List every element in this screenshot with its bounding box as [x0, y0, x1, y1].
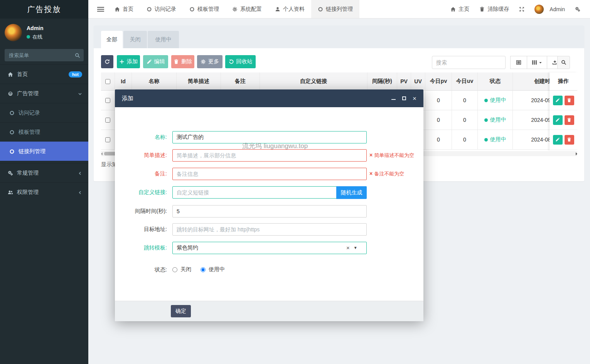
select-all-checkbox[interactable]	[105, 79, 110, 84]
row-edit-button[interactable]	[553, 96, 563, 105]
dialog-titlebar[interactable]: 添加 ×	[115, 89, 423, 107]
fullscreen-button[interactable]	[514, 7, 529, 12]
navtab-visit-records[interactable]: 访问记录	[140, 0, 183, 18]
add-dialog: 添加 × 名称: 简单描述: ×简单描述不能为空 备注: ×备注不能为空 自定义…	[115, 89, 423, 321]
avatar	[5, 24, 22, 41]
filter-tab-closed[interactable]: 关闭	[123, 31, 147, 48]
row-delete-button[interactable]	[565, 96, 574, 105]
table-search-input[interactable]	[432, 56, 506, 69]
row-actions	[550, 91, 577, 110]
circle-icon	[9, 148, 15, 155]
dialog-footer: 确定	[115, 301, 423, 321]
search-icon[interactable]	[75, 52, 80, 59]
top-navbar: 首页 访问记录 模板管理 系统配置 个人资料 链接列管理 主页 清除缓存 A	[88, 0, 590, 19]
more-button[interactable]: 更多	[197, 55, 223, 68]
row-checkbox[interactable]	[105, 98, 110, 103]
ad-management-icon	[8, 91, 13, 97]
filter-tab-in-use[interactable]: 使用中	[148, 31, 179, 48]
user-name: Admin	[27, 25, 44, 31]
remark-error: ×备注不能为空	[369, 170, 404, 177]
detail-view-button[interactable]	[510, 56, 527, 69]
desc-error: ×简单描述不能为空	[369, 152, 414, 159]
maximize-icon[interactable]	[402, 96, 406, 101]
name-input[interactable]	[172, 131, 367, 143]
hot-badge: hot	[69, 71, 82, 78]
row-edit-button[interactable]	[553, 115, 563, 125]
circle-icon	[189, 7, 195, 12]
home-icon	[8, 71, 13, 78]
circle-icon	[318, 7, 323, 12]
remark-input[interactable]	[172, 168, 367, 180]
scroll-right-arrow[interactable]	[576, 152, 577, 155]
navtab-profile[interactable]: 个人资料	[268, 0, 311, 18]
nav-home-link[interactable]: 主页	[445, 6, 474, 13]
sidebar-item-ad-management[interactable]: 广告管理	[0, 84, 88, 103]
navtab-link-list-management[interactable]: 链接列管理	[311, 0, 359, 18]
filter-tab-all[interactable]: 全部	[101, 31, 123, 48]
interval-input[interactable]	[172, 205, 367, 217]
navtab-home[interactable]: 首页	[108, 0, 140, 18]
status-badge: 使用中	[484, 97, 506, 104]
table-header-row: Id 名称 简单描述 备注 自定义链接 间隔(秒) PV UV 今日pv 今日u…	[101, 72, 577, 91]
close-icon[interactable]: ×	[413, 95, 416, 102]
status-radio-in-use[interactable]	[201, 267, 206, 272]
settings-button[interactable]	[570, 7, 585, 12]
refresh-button[interactable]	[101, 55, 113, 68]
clear-selection-icon[interactable]: ×	[346, 244, 350, 251]
recycle-bin-button[interactable]: 回收站	[225, 55, 256, 68]
row-delete-button[interactable]	[565, 135, 574, 145]
circle-icon	[9, 110, 15, 116]
row-edit-button[interactable]	[553, 135, 563, 145]
interval-label: 间隔时间(秒):	[119, 208, 167, 215]
desc-input[interactable]	[172, 149, 367, 162]
user-panel: Admin 在线	[0, 19, 88, 45]
filter-tabstrip: 全部 关闭 使用中	[94, 25, 584, 48]
delete-button[interactable]: 删除	[171, 55, 194, 68]
caret-down-icon[interactable]: ▼	[354, 246, 357, 250]
search-toggle-button[interactable]	[557, 56, 570, 69]
row-actions	[550, 130, 577, 150]
dialog-title: 添加	[122, 95, 133, 102]
remark-label: 备注:	[119, 170, 167, 177]
sidebar-search-input[interactable]	[5, 49, 84, 61]
template-select[interactable]	[172, 242, 367, 254]
user-menu[interactable]: Admin	[529, 5, 570, 14]
navtab-template-management[interactable]: 模板管理	[183, 0, 226, 18]
hamburger-menu-icon[interactable]	[97, 0, 104, 18]
trash-icon	[479, 7, 485, 12]
status-badge: 使用中	[484, 116, 506, 123]
edit-button[interactable]: 编辑	[143, 55, 168, 68]
caret-down-icon	[539, 61, 542, 64]
dialog-body: 名称: 简单描述: ×简单描述不能为空 备注: ×备注不能为空 自定义链接: 随…	[115, 107, 423, 301]
confirm-button[interactable]: 确定	[171, 305, 191, 317]
sidebar-item-visit-records[interactable]: 访问记录	[0, 103, 88, 122]
sidebar-item-permission-management[interactable]: 权限管理	[0, 182, 88, 202]
status-radio-closed[interactable]	[172, 267, 177, 272]
users-icon	[8, 189, 13, 195]
minimize-icon[interactable]	[391, 96, 396, 101]
scroll-left-arrow[interactable]	[101, 152, 103, 155]
clear-cache-button[interactable]: 清除缓存	[474, 6, 514, 13]
home-icon	[450, 7, 456, 12]
user-icon	[275, 7, 280, 12]
random-generate-button[interactable]: 随机生成	[336, 186, 367, 199]
error-x-icon: ×	[369, 170, 373, 177]
circle-icon	[9, 129, 15, 135]
target-url-label: 目标地址:	[119, 226, 167, 233]
fullscreen-icon	[519, 7, 524, 12]
chevron-left-icon	[78, 190, 82, 195]
columns-dropdown-button[interactable]	[527, 56, 547, 69]
actions-column: 操作	[550, 72, 577, 150]
sidebar-item-template-management[interactable]: 模板管理	[0, 122, 88, 142]
row-checkbox[interactable]	[105, 137, 110, 142]
sidebar-menu: 首页 hot 广告管理 访问记录 模板管理 链接列管理 常规管理 权限管理	[0, 64, 88, 202]
add-button[interactable]: 添加	[117, 55, 140, 68]
error-x-icon: ×	[369, 152, 373, 158]
sidebar-item-home[interactable]: 首页 hot	[0, 64, 88, 84]
sidebar-item-link-list-management[interactable]: 链接列管理	[0, 142, 88, 161]
sidebar-item-general-management[interactable]: 常规管理	[0, 163, 88, 182]
navtab-system-config[interactable]: 系统配置	[226, 0, 268, 18]
row-checkbox[interactable]	[105, 118, 110, 123]
row-delete-button[interactable]	[565, 115, 574, 125]
target-url-input[interactable]	[172, 223, 367, 236]
